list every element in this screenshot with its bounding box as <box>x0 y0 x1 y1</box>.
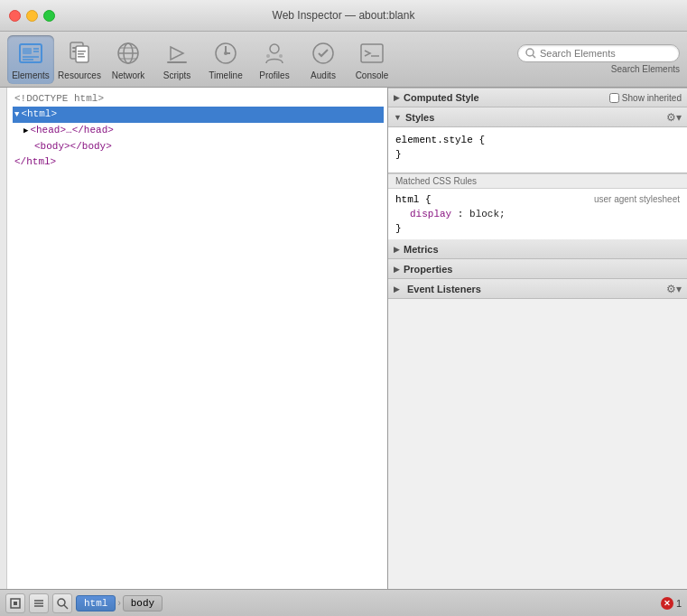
elements-icon <box>16 39 45 68</box>
svg-point-25 <box>266 54 270 58</box>
error-count: 1 <box>676 598 682 609</box>
svg-marker-18 <box>171 47 183 60</box>
styles-content: element.style { } <box>388 127 687 173</box>
metrics-title: Metrics <box>404 244 682 255</box>
show-inherited-label: Show inherited <box>622 93 682 103</box>
search-box[interactable] <box>517 44 680 62</box>
svg-rect-10 <box>78 51 86 52</box>
html-close-line: </html> <box>13 154 384 170</box>
matched-rule-selector: user agent stylesheet html { <box>395 192 680 207</box>
search-container: Search Elements <box>517 44 680 74</box>
head-tag-line[interactable]: ▶<head>…</head> <box>13 123 384 139</box>
inspect-icon <box>9 597 22 610</box>
matched-selector-text: html { <box>395 194 432 205</box>
scripts-icon <box>162 39 191 68</box>
svg-rect-33 <box>14 602 17 605</box>
metrics-section-header[interactable]: ▶ Metrics <box>388 239 687 259</box>
breadcrumb-expand-button[interactable] <box>29 593 49 613</box>
svg-rect-12 <box>78 56 85 58</box>
breadcrumb-html[interactable]: html <box>76 595 116 611</box>
sidebar-left <box>0 88 7 589</box>
elements-panel: <!DOCTYPE html> ▼<html> ▶<head>…</head> … <box>0 88 388 589</box>
breadcrumb-body[interactable]: body <box>123 595 162 611</box>
styles-gear-icon[interactable]: ⚙▾ <box>666 111 682 124</box>
toolbar-elements-button[interactable]: Elements <box>7 35 54 84</box>
console-label: Console <box>356 70 389 80</box>
search-bottom-icon <box>56 597 69 610</box>
audits-icon <box>309 39 338 68</box>
properties-section-header[interactable]: ▶ Properties <box>388 259 687 279</box>
toolbar-profiles-button[interactable]: Profiles <box>251 35 298 84</box>
body-tag: <body></body> <box>23 141 112 152</box>
audits-label: Audits <box>311 70 336 80</box>
error-icon: ✕ <box>661 597 673 610</box>
search-bottom-button[interactable] <box>52 593 72 613</box>
right-panel: ▶ Computed Style Show inherited ▼ Styles… <box>388 88 687 589</box>
search-input[interactable] <box>540 48 672 59</box>
toolbar: Elements Resources <box>0 32 687 88</box>
main-area: <!DOCTYPE html> ▼<html> ▶<head>…</head> … <box>0 88 687 589</box>
svg-point-24 <box>270 44 279 53</box>
scripts-label: Scripts <box>163 70 191 80</box>
toolbar-resources-button[interactable]: Resources <box>56 35 103 84</box>
svg-rect-28 <box>361 44 383 62</box>
element-style-close: } <box>395 147 680 162</box>
user-agent-label: user agent stylesheet <box>594 192 680 207</box>
search-icon <box>525 48 536 59</box>
metrics-triangle: ▶ <box>394 245 400 254</box>
matched-rule-close: } <box>395 221 680 236</box>
maximize-button[interactable] <box>43 10 55 22</box>
show-inherited-container: Show inherited <box>609 93 682 103</box>
html-tag-line[interactable]: ▼<html> <box>13 107 384 123</box>
svg-rect-11 <box>78 53 84 55</box>
toolbar-scripts-button[interactable]: Scripts <box>153 35 200 84</box>
breadcrumb-area: html › body <box>76 595 657 611</box>
doctype-line: <!DOCTYPE html> <box>13 91 384 107</box>
event-listeners-title: Event Listeners <box>407 284 481 294</box>
svg-rect-1 <box>23 48 32 54</box>
elements-label: Elements <box>12 70 50 80</box>
event-listeners-section-header[interactable]: ▶ Event Listeners ⚙▾ <box>388 279 687 299</box>
matched-property-value: block; <box>469 209 506 219</box>
event-listeners-gear-icon[interactable]: ⚙▾ <box>666 283 682 295</box>
bottom-bar: html › body ✕ 1 <box>0 589 687 616</box>
styles-triangle: ▼ <box>394 113 402 122</box>
svg-line-38 <box>64 605 68 609</box>
body-tag-line[interactable]: <body></body> <box>13 139 384 154</box>
properties-triangle: ▶ <box>394 265 400 274</box>
network-label: Network <box>112 70 145 80</box>
matched-css-rules-header: Matched CSS Rules <box>388 173 687 189</box>
matched-property-name: display <box>410 209 451 219</box>
error-badge: ✕ 1 <box>661 597 682 610</box>
show-inherited-checkbox[interactable] <box>609 93 619 103</box>
styles-header[interactable]: ▼ Styles ⚙▾ <box>388 107 687 127</box>
inspect-button[interactable] <box>5 593 25 613</box>
toolbar-network-button[interactable]: Network <box>105 35 152 84</box>
search-label: Search Elements <box>611 64 680 74</box>
computed-triangle: ▶ <box>394 93 400 102</box>
head-tag: <head>…</head> <box>30 125 113 135</box>
list-icon <box>32 597 45 610</box>
properties-title: Properties <box>404 264 682 275</box>
close-button[interactable] <box>9 10 21 22</box>
timeline-label: Timeline <box>209 70 242 80</box>
toolbar-timeline-button[interactable]: Timeline <box>202 35 249 84</box>
window-title: Web Inspector — about:blank <box>273 9 415 22</box>
html-content: <!DOCTYPE html> ▼<html> ▶<head>…</head> … <box>0 88 387 173</box>
svg-point-37 <box>58 599 65 606</box>
network-icon <box>114 39 143 68</box>
svg-point-30 <box>526 49 534 56</box>
resources-label: Resources <box>58 70 101 80</box>
element-style-open: element.style { <box>395 133 680 147</box>
styles-title: Styles <box>405 112 666 123</box>
minimize-button[interactable] <box>26 10 38 22</box>
event-listeners-triangle: ▶ <box>394 285 400 294</box>
toolbar-audits-button[interactable]: Audits <box>300 35 347 84</box>
computed-style-header[interactable]: ▶ Computed Style Show inherited <box>388 88 687 107</box>
toolbar-console-button[interactable]: Console <box>348 35 395 84</box>
html-close-tag: </html> <box>14 156 56 167</box>
matched-property-line: display : block; <box>395 207 680 221</box>
matched-colon: : <box>458 209 469 219</box>
titlebar: Web Inspector — about:blank <box>0 0 687 32</box>
window-controls <box>9 10 55 22</box>
